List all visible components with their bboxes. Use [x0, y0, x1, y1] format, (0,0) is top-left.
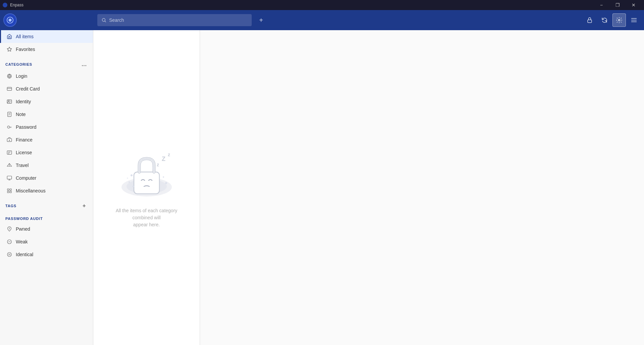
app-title: Enpass	[10, 3, 23, 7]
all-items-label: All items	[16, 34, 34, 39]
search-bar[interactable]	[97, 14, 252, 26]
middle-panel: z Z z + + All the items of each category…	[93, 30, 200, 345]
pwned-label: Pwned	[16, 226, 30, 232]
credit-card-icon	[6, 86, 12, 92]
svg-rect-45	[134, 172, 159, 194]
sidebar-item-identical[interactable]: Identical	[0, 248, 93, 261]
sidebar-item-miscellaneous[interactable]: Miscellaneous	[0, 184, 93, 197]
toolbar-actions	[583, 13, 641, 27]
sidebar-item-credit-card[interactable]: Credit Card	[0, 82, 93, 95]
svg-point-53	[165, 182, 167, 184]
miscellaneous-label: Miscellaneous	[16, 188, 46, 193]
svg-point-1	[8, 18, 11, 21]
computer-label: Computer	[16, 175, 36, 181]
app: +	[0, 10, 644, 345]
sidebar-item-all-items[interactable]: All items	[0, 30, 93, 43]
svg-rect-35	[7, 191, 9, 193]
app-icon	[3, 3, 7, 7]
svg-rect-33	[7, 189, 9, 190]
add-tag-button[interactable]: +	[81, 203, 88, 209]
identical-label: Identical	[16, 252, 33, 257]
titlebar-controls: − ❐ ✕	[594, 0, 641, 10]
key-icon	[6, 124, 12, 130]
right-panel	[200, 30, 644, 345]
titlebar: Enpass − ❐ ✕	[0, 0, 644, 10]
empty-illustration: z Z z + +	[116, 147, 177, 200]
favorites-label: Favorites	[16, 47, 35, 52]
settings-icon	[616, 17, 623, 23]
sidebar-item-login[interactable]: Login	[0, 70, 93, 82]
password-label: Password	[16, 124, 36, 130]
svg-point-49	[131, 174, 133, 176]
svg-rect-36	[10, 191, 11, 193]
lock-button[interactable]	[583, 13, 596, 27]
tags-section-header: TAGS +	[0, 197, 93, 211]
menu-button[interactable]	[627, 13, 641, 27]
categories-more-button[interactable]: ...	[81, 61, 88, 68]
svg-point-5	[618, 19, 620, 21]
close-button[interactable]: ✕	[626, 0, 641, 10]
sidebar-item-license[interactable]: License	[0, 146, 93, 159]
finance-label: Finance	[16, 137, 33, 142]
svg-point-50	[129, 181, 130, 183]
credit-card-label: Credit Card	[16, 86, 40, 92]
password-audit-label: PASSWORD AUDIT	[5, 217, 43, 221]
empty-state-text: All the items of each category combined …	[110, 207, 184, 228]
travel-icon	[6, 162, 12, 168]
svg-rect-34	[10, 189, 11, 190]
note-label: Note	[16, 112, 26, 117]
sidebar-item-favorites[interactable]: Favorites	[0, 43, 93, 56]
sidebar-item-travel[interactable]: Travel	[0, 159, 93, 172]
misc-icon	[6, 188, 12, 194]
globe-icon	[6, 73, 12, 79]
refresh-icon	[601, 17, 608, 23]
star-icon	[6, 46, 12, 52]
refresh-button[interactable]	[598, 13, 611, 27]
finance-icon	[6, 137, 12, 143]
svg-point-51	[132, 186, 134, 187]
pwned-icon	[6, 226, 12, 232]
svg-point-52	[163, 176, 164, 178]
svg-rect-12	[7, 87, 11, 90]
logo-icon	[6, 16, 14, 24]
svg-point-22	[7, 126, 10, 128]
svg-text:+: +	[127, 176, 129, 180]
identity-label: Identity	[16, 99, 31, 104]
sidebar-item-finance[interactable]: Finance	[0, 133, 93, 146]
svg-rect-15	[7, 100, 11, 104]
svg-rect-30	[7, 176, 11, 179]
search-icon	[101, 17, 106, 23]
sidebar-item-computer[interactable]: Computer	[0, 172, 93, 184]
sidebar-item-weak[interactable]: Weak	[0, 235, 93, 248]
sidebar-item-identity[interactable]: Identity	[0, 95, 93, 108]
sidebar-item-pwned[interactable]: Pwned	[0, 223, 93, 235]
add-button[interactable]: +	[255, 14, 267, 26]
minimize-button[interactable]: −	[594, 0, 609, 10]
tags-label: TAGS	[5, 204, 16, 208]
svg-text:Z: Z	[162, 156, 165, 162]
empty-state: z Z z + + All the items of each category…	[103, 133, 190, 242]
toolbar: +	[0, 10, 644, 30]
svg-rect-26	[7, 151, 11, 155]
svg-text:z: z	[157, 162, 159, 167]
categories-section-header: CATEGORIES ...	[0, 56, 93, 70]
sidebar: All items Favorites CATEGORIES ...	[0, 30, 93, 345]
sidebar-item-note[interactable]: Note	[0, 108, 93, 121]
svg-text:z: z	[168, 152, 170, 157]
settings-button[interactable]	[612, 13, 626, 27]
license-label: License	[16, 150, 32, 155]
computer-icon	[6, 175, 12, 181]
password-audit-section-header: PASSWORD AUDIT	[0, 211, 93, 223]
restore-button[interactable]: ❐	[610, 0, 625, 10]
id-card-icon	[6, 99, 12, 105]
license-icon	[6, 150, 12, 156]
svg-point-40	[7, 252, 11, 256]
sidebar-item-password[interactable]: Password	[0, 121, 93, 133]
weak-icon	[6, 239, 12, 245]
search-input[interactable]	[109, 17, 248, 23]
svg-point-14	[8, 100, 9, 102]
main-content: All items Favorites CATEGORIES ...	[0, 30, 644, 345]
menu-icon	[631, 17, 637, 23]
categories-label: CATEGORIES	[5, 62, 32, 66]
weak-label: Weak	[16, 239, 28, 244]
